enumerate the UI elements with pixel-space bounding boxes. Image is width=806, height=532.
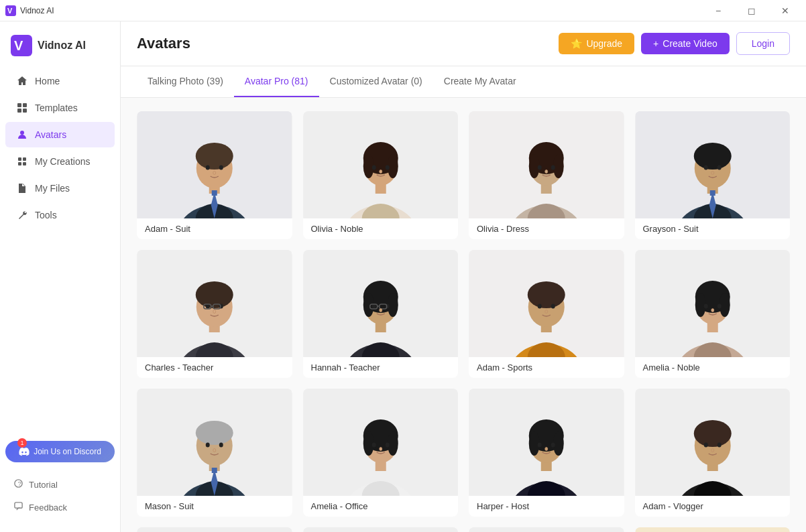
close-button[interactable]: ✕	[770, 0, 801, 21]
avatar-image	[469, 250, 624, 357]
home-icon	[16, 75, 28, 87]
page-title: Avatars	[137, 35, 190, 52]
svg-rect-157	[303, 527, 457, 532]
avatar-name: Adam - Suit	[137, 218, 292, 239]
minimize-button[interactable]: −	[703, 0, 734, 21]
svg-text:?: ?	[18, 480, 21, 487]
tab-create-my-avatar[interactable]: Create My Avatar	[433, 66, 527, 97]
create-video-button[interactable]: + Create Video	[641, 33, 730, 54]
svg-point-113	[219, 443, 223, 448]
titlebar-title: Vidnoz AI	[20, 6, 54, 15]
sidebar-item-tools[interactable]: Tools	[5, 202, 115, 228]
avatar-name: Adam - Vlogger	[635, 496, 791, 517]
tab-customized-avatar[interactable]: Customized Avatar (0)	[319, 66, 433, 97]
avatar-card[interactable]: Olivia - Dress	[469, 111, 624, 239]
avatar-card[interactable]: Hannah - Teacher	[303, 250, 459, 378]
sidebar-link-tutorial-label: Tutorial	[29, 480, 58, 490]
main-content: Avatars ⭐ Upgrade + Create Video Login T…	[121, 21, 806, 532]
files-icon	[16, 182, 28, 194]
svg-rect-148	[137, 527, 292, 532]
header-actions: ⭐ Upgrade + Create Video Login	[559, 32, 790, 55]
tab-talking-photo[interactable]: Talking Photo (39)	[137, 66, 234, 97]
avatar-card[interactable]: Mason - Suit	[137, 389, 292, 517]
avatar-image	[303, 111, 459, 218]
svg-point-55	[703, 165, 707, 170]
svg-rect-9	[18, 157, 21, 161]
plus-icon: +	[653, 38, 658, 49]
logo-text: Vidnoz AI	[38, 40, 86, 52]
avatar-card[interactable]: Jacob - Hoodie	[635, 527, 791, 532]
svg-text:V: V	[14, 38, 23, 53]
avatar-image	[137, 389, 292, 496]
avatar-name: Charles - Teacher	[137, 357, 292, 378]
svg-point-46	[538, 165, 542, 170]
svg-point-138	[545, 448, 548, 451]
svg-point-116	[213, 449, 216, 452]
avatar-card[interactable]: Jeffrey - Business	[469, 527, 624, 532]
sidebar-item-templates[interactable]: Templates	[5, 95, 115, 121]
maximize-button[interactable]: ◻	[736, 0, 767, 21]
avatar-card[interactable]: Amelia - Noble	[635, 250, 791, 378]
svg-point-36	[385, 165, 389, 170]
sidebar-item-my-files[interactable]: My Files	[5, 176, 115, 201]
avatar-card[interactable]: Adam - Shirt	[137, 527, 292, 532]
discord-button[interactable]: 1 Join Us on Discord	[5, 441, 115, 462]
avatar-image	[303, 527, 459, 532]
svg-rect-5	[23, 103, 27, 107]
svg-point-105	[711, 309, 713, 312]
avatar-name: Mason - Suit	[137, 496, 292, 517]
svg-point-54	[693, 143, 731, 170]
titlebar: V Vidnoz AI − ◻ ✕	[0, 0, 806, 21]
titlebar-left: V Vidnoz AI	[5, 5, 54, 16]
svg-point-146	[717, 443, 721, 448]
discord-badge: 1	[17, 438, 27, 448]
tools-icon	[16, 209, 28, 221]
avatar-card[interactable]: Amelia - Office	[303, 389, 459, 517]
avatars-icon	[16, 129, 28, 141]
svg-point-22	[206, 165, 210, 170]
avatar-card[interactable]: Grayson - Suit	[635, 111, 791, 239]
avatar-card[interactable]: Adam - Vlogger	[635, 389, 791, 517]
svg-point-136	[538, 443, 542, 448]
sidebar-item-my-creations-label: My Creations	[35, 156, 90, 167]
sidebar-item-my-creations[interactable]: My Creations	[5, 149, 115, 174]
sidebar-links: ? Tutorial Feedback	[0, 468, 120, 524]
sidebar-item-tools-label: Tools	[35, 210, 57, 220]
avatar-card[interactable]: Charles - Teacher	[137, 250, 292, 378]
avatar-image	[137, 250, 292, 357]
avatar-image	[469, 111, 624, 218]
avatar-image	[303, 389, 459, 496]
sidebar-item-templates-label: Templates	[35, 103, 78, 113]
sidebar-item-home[interactable]: Home	[5, 68, 115, 94]
logo-icon: V	[11, 35, 32, 56]
avatar-image	[635, 527, 791, 532]
avatar-grid: Adam - Suit Olivia - Noble	[137, 111, 790, 532]
upgrade-button[interactable]: ⭐ Upgrade	[559, 33, 634, 54]
tab-avatar-pro[interactable]: Avatar Pro (81)	[234, 66, 319, 97]
svg-rect-15	[15, 503, 22, 508]
svg-point-93	[551, 304, 555, 309]
svg-rect-115	[212, 468, 217, 473]
sidebar-item-tutorial[interactable]: ? Tutorial	[5, 473, 115, 496]
svg-point-94	[545, 310, 548, 314]
svg-rect-168	[469, 527, 624, 532]
sidebar-item-avatars-label: Avatars	[35, 129, 66, 140]
avatar-image	[137, 111, 292, 218]
avatar-card[interactable]: Hannah - Staff	[303, 527, 459, 532]
login-button[interactable]: Login	[736, 32, 790, 55]
avatar-name: Grayson - Suit	[635, 218, 791, 239]
avatar-card[interactable]: Olivia - Noble	[303, 111, 459, 239]
avatar-card[interactable]: Adam - Sports	[469, 250, 624, 378]
avatar-name: Olivia - Dress	[469, 218, 624, 239]
sidebar-item-avatars[interactable]: Avatars	[5, 122, 115, 147]
sidebar-item-feedback[interactable]: Feedback	[5, 496, 115, 519]
svg-point-26	[213, 172, 216, 175]
svg-point-92	[538, 304, 542, 309]
avatar-card[interactable]: Adam - Suit	[137, 111, 292, 239]
feedback-icon	[13, 501, 23, 513]
svg-rect-25	[212, 190, 217, 196]
svg-point-145	[703, 443, 707, 448]
avatar-card[interactable]: Harper - Host	[469, 389, 624, 517]
sidebar-item-home-label: Home	[35, 76, 60, 86]
svg-point-47	[551, 165, 555, 170]
